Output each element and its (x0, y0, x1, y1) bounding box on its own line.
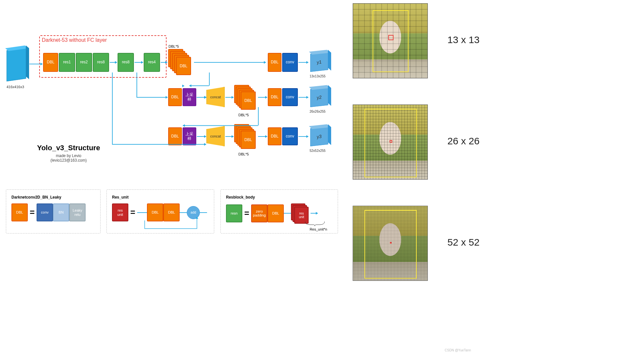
dbl5-label-bot: DBL*5 (238, 152, 249, 156)
res2-block: res2 (76, 53, 92, 72)
legend-dbl-leaky: Leaky relu (69, 203, 86, 221)
legend-res-resunit: res unit (112, 203, 128, 221)
y3-dim: 52x52x255 (310, 149, 326, 153)
upsample-mid: 上采 样 (183, 88, 196, 106)
dbl-bot: DBL (168, 127, 182, 145)
dog-grid-52 (353, 206, 428, 281)
legend-resblock-resn: resn (226, 204, 242, 222)
legend-res-add: add (187, 206, 200, 219)
arrow-bot3 (258, 136, 267, 137)
legend-resblock-dbl: DBL (267, 204, 284, 222)
bbox-26 (364, 109, 417, 177)
legend-resblock: Resblock_body resn = zero padding DBL re… (220, 189, 338, 233)
diagram-email: (levio123@163.com) (26, 158, 111, 163)
dbl-bot-head: DBL (268, 127, 282, 145)
vline-top-mid (209, 72, 210, 86)
arrow-y3 (298, 136, 308, 137)
arrow-mid3 (258, 97, 267, 98)
conv-mid-head: conv (282, 88, 298, 106)
legend-dbl-bn: BN (53, 203, 69, 221)
res8b-block: res8 (118, 53, 134, 72)
yolo-v3-diagram: 416x416x3 Darknet-53 without FC layer DB… (7, 33, 343, 173)
arrow-top (194, 62, 266, 63)
center-26 (390, 140, 392, 143)
legend-resblock-note: Res_unit*n (310, 227, 327, 231)
legend-dbl-dbl: DBL (11, 203, 28, 221)
darknet53-label: Darknet-53 without FC layer (42, 37, 107, 43)
arrow-bot1 (197, 136, 206, 137)
y3-cube: y3 (310, 126, 328, 146)
legend-res-title: Res_unit (112, 195, 209, 200)
equals-icon-3: = (244, 208, 249, 218)
legend-res-line3 (200, 212, 207, 213)
center-13 (388, 35, 394, 40)
vline-mid-bot (258, 107, 259, 125)
arrow-bot2 (225, 136, 233, 137)
dbl-mid: DBL (168, 88, 182, 106)
y2-label: y2 (317, 94, 322, 100)
arrow-into-dblbot (183, 125, 258, 126)
arrow-input (29, 64, 42, 64)
concat-mid: concat (206, 87, 225, 107)
legend-resblock-stack: res unit (291, 203, 311, 223)
skip-v2 (112, 72, 113, 144)
diagram-title-block: Yolo_v3_Structure made by Levio (levio12… (26, 144, 111, 163)
arrow-r3 (161, 62, 167, 63)
y3-label: y3 (317, 134, 322, 139)
skip-h2 (112, 144, 206, 145)
grid-label-52: 52 x 52 (447, 237, 479, 248)
legend-res-skip (141, 220, 207, 233)
legend-dbl-title: Darknetconv2D_BN_Leaky (11, 195, 95, 200)
res8a-block: res8 (93, 53, 109, 72)
upsample-bot: 上采 样 (183, 127, 196, 145)
legend-resunit: Res_unit res unit = DBL DBL add (106, 189, 214, 233)
legend-resblock-outarrow (311, 213, 318, 214)
center-52 (390, 242, 392, 244)
legend-res-line2 (180, 212, 187, 213)
bbox-13 (373, 10, 409, 72)
dbl5-stack-mid: DBL (234, 85, 260, 111)
arrow-into-dblmid (189, 86, 209, 86)
arrow-ignore (197, 97, 206, 98)
res1-block: res1 (59, 53, 75, 72)
y2-dim: 26x26x255 (310, 110, 326, 113)
diagram-title: Yolo_v3_Structure (26, 144, 111, 152)
watermark: CSDN @YueTann (445, 348, 471, 352)
legend-resblock-title: Resblock_body (226, 195, 332, 200)
concat-mid-label: concat (210, 95, 221, 99)
conv-bot-head: conv (282, 127, 298, 145)
legend-res-line (137, 212, 147, 213)
equals-icon-2: = (130, 207, 135, 217)
dbl-top-head: DBL (268, 53, 282, 72)
concat-bot-label: concat (210, 134, 221, 138)
input-tensor-cube (7, 48, 26, 81)
dog-grid-26 (353, 105, 428, 180)
legend-dbl: Darknetconv2D_BN_Leaky DBL = conv BN Lea… (6, 189, 101, 233)
dbl5-label-mid: DBL*5 (238, 113, 249, 117)
arrow-mid2 (225, 97, 233, 98)
y1-dim: 13x13x255 (310, 74, 326, 78)
grid-label-13: 13 x 13 (447, 34, 479, 45)
legend-resblock-zero: zero padding (251, 204, 267, 222)
dbl5-stack-top: DBL (168, 49, 194, 75)
concat-bot: concat (206, 126, 225, 146)
dog-grid-13 (353, 3, 428, 78)
conv-top-head: conv (282, 53, 298, 72)
legend-resblock-line (284, 213, 291, 214)
legend-res-dbl1: DBL (147, 203, 163, 221)
skip-h1 (137, 97, 168, 98)
equals-icon: = (30, 207, 35, 217)
arrow-r1 (110, 62, 117, 63)
legend-res-dbl2: DBL (163, 203, 180, 221)
y2-cube: y2 (310, 87, 328, 107)
dbl5-stack-bot: DBL (234, 124, 260, 150)
diagram-author: made by Levio (26, 153, 111, 158)
brace-icon (305, 221, 325, 226)
skip-v1 (137, 72, 137, 97)
dbl-mid-head: DBL (268, 88, 282, 106)
legend-dbl-conv: conv (37, 203, 53, 221)
grid-label-26: 26 x 26 (447, 136, 479, 147)
dbl-block: DBL (43, 53, 58, 72)
res4-block: res4 (144, 53, 160, 72)
dbl5-label-top: DBL*5 (169, 44, 179, 48)
